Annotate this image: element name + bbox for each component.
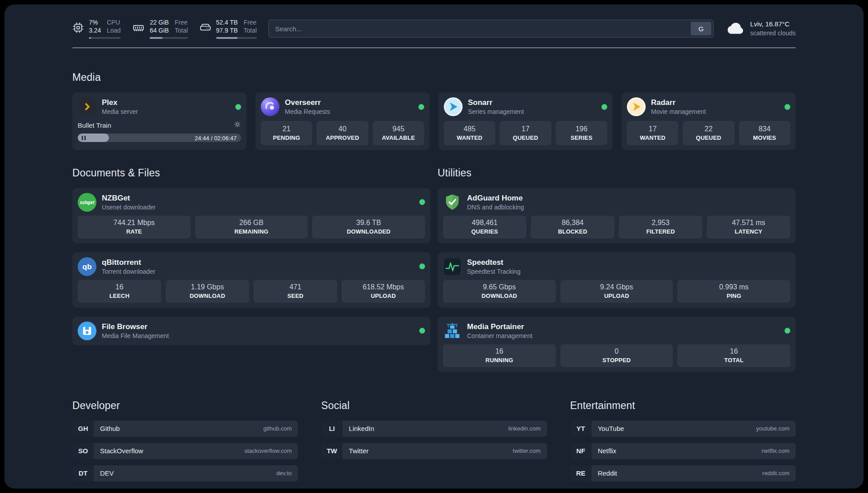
- stat-label: QUERIES: [445, 228, 525, 236]
- stat-value: 21: [263, 125, 310, 134]
- status-dot: [419, 263, 425, 269]
- section-utilities: Utilities AdGuard Home DNS and adblockin…: [438, 167, 796, 372]
- bookmark-name: StackOverflow: [100, 447, 143, 455]
- bookmark-name: Github: [100, 425, 120, 432]
- cpu-icon: [72, 22, 84, 35]
- pause-icon[interactable]: [82, 136, 86, 140]
- service-name: Radarr: [651, 98, 706, 107]
- bookmark-twitter[interactable]: TW Twitter twitter.com: [321, 443, 547, 459]
- section-title-documents: Documents & Files: [72, 167, 430, 179]
- stat-tile: 618.52 Mbps UPLOAD: [342, 280, 425, 303]
- stat-tile: 834 MOVIES: [739, 121, 790, 145]
- resource-widget-cpu: 7% 3.24 CPU Load: [72, 18, 121, 39]
- weather-condition: scattered clouds: [750, 29, 796, 38]
- memory-icon: [132, 22, 145, 35]
- stat-value: 17: [501, 125, 549, 134]
- playback-time: 24:44 / 02:06:47: [195, 134, 237, 141]
- stat-label: BLOCKED: [533, 228, 613, 236]
- weather-widget[interactable]: Lviv, 16.87°C scattered clouds: [725, 20, 796, 37]
- service-card-speedtest[interactable]: Speedtest Speedtest Tracking 9.65 Gbps D…: [438, 252, 796, 308]
- stat-label: DOWNLOADED: [314, 228, 423, 236]
- service-name: Plex: [102, 98, 138, 107]
- stat-tile: 0 STOPPED: [560, 344, 673, 367]
- bookmark-abbr: RE: [570, 465, 592, 481]
- bookmark-domain: linkedin.com: [508, 425, 540, 432]
- service-card-filebrowser[interactable]: File Browser Media File Management: [72, 317, 430, 345]
- service-subtitle: Media server: [102, 108, 138, 116]
- stat-label: RUNNING: [445, 356, 554, 364]
- service-card-sonarr[interactable]: Sonarr Series management 485 WANTED 17 Q…: [438, 92, 613, 150]
- section-title-developer: Developer: [72, 400, 298, 412]
- search-provider-button[interactable]: G: [691, 22, 711, 35]
- bookmark-group-developer: Developer GH Github github.com SO StackO…: [72, 400, 298, 481]
- playback-progressbar[interactable]: 24:44 / 02:06:47: [78, 134, 241, 142]
- portainer-icon: [443, 322, 462, 340]
- memory-free-value: 22 GiB: [150, 18, 169, 26]
- stat-value: 498,461: [445, 218, 525, 228]
- stat-label: UPLOAD: [562, 292, 672, 300]
- bookmark-github[interactable]: GH Github github.com: [72, 421, 298, 437]
- plex-icon: [78, 97, 96, 116]
- bookmark-netflix[interactable]: NF Netflix netflix.com: [570, 443, 796, 459]
- service-card-overseerr[interactable]: Overseerr Media Requests 21 PENDING 40 A…: [255, 92, 430, 150]
- service-card-nzbget[interactable]: nzbget NZBGet Usenet downloader 744.21 M…: [72, 188, 430, 243]
- section-documents: Documents & Files nzbget NZBGet Usenet d…: [72, 167, 430, 372]
- bookmark-dev[interactable]: DT DEV dev.to: [72, 465, 298, 481]
- stat-label: RATE: [79, 228, 189, 236]
- status-dot: [601, 104, 607, 110]
- gear-icon[interactable]: [234, 121, 241, 130]
- now-playing-title: Bullet Train: [78, 121, 111, 129]
- stat-value: 485: [446, 125, 493, 134]
- bookmark-stackoverflow[interactable]: SO StackOverflow stackoverflow.com: [72, 443, 298, 459]
- stat-tile: 485 WANTED: [444, 121, 495, 145]
- service-card-adguard[interactable]: AdGuard Home DNS and adblocking 498,461 …: [438, 188, 796, 243]
- topbar: 7% 3.24 CPU Load 22 GiB: [72, 16, 796, 41]
- cpu-usage-value: 7%: [89, 18, 101, 26]
- radarr-icon: [627, 97, 646, 116]
- service-card-qbittorrent[interactable]: qb qBittorrent Torrent downloader 16 LEE…: [72, 252, 430, 308]
- cpu-load-value: 3.24: [89, 26, 101, 34]
- stat-tile: 16 RUNNING: [443, 344, 556, 367]
- disk-icon: [200, 22, 211, 35]
- service-card-plex[interactable]: Plex Media server Bullet Train: [72, 92, 246, 150]
- stat-tile: 22 QUEUED: [683, 121, 734, 145]
- bookmark-reddit[interactable]: RE Reddit reddit.com: [570, 465, 796, 481]
- service-subtitle: Movie management: [651, 108, 706, 116]
- stat-tile: 86,384 BLOCKED: [531, 216, 614, 238]
- stat-value: 266 GB: [197, 218, 306, 228]
- bookmark-linkedin[interactable]: LI LinkedIn linkedin.com: [321, 421, 547, 437]
- stat-value: 1.19 Gbps: [167, 283, 247, 292]
- stat-value: 618.52 Mbps: [343, 283, 423, 292]
- memory-total-label: Total: [175, 26, 188, 34]
- bookmark-domain: youtube.com: [756, 425, 789, 432]
- disk-free-value: 52.4 TB: [216, 18, 238, 26]
- screen-frame: 7% 3.24 CPU Load 22 GiB: [0, 0, 868, 493]
- search-input[interactable]: [269, 25, 691, 33]
- service-name: Sonarr: [468, 98, 524, 107]
- stat-tile: 39.6 TB DOWNLOADED: [312, 216, 425, 238]
- stat-tile: 21 PENDING: [261, 121, 312, 145]
- service-card-portainer[interactable]: Media Portainer Container management 16 …: [438, 317, 796, 372]
- stat-tile: 16 TOTAL: [677, 344, 790, 367]
- status-dot: [419, 328, 425, 334]
- bookmark-name: YouTube: [598, 425, 624, 432]
- bookmark-youtube[interactable]: YT YouTube youtube.com: [570, 421, 796, 437]
- stat-tile: 47.571 ms LATENCY: [707, 216, 790, 238]
- stat-value: 40: [318, 125, 366, 134]
- stat-label: WANTED: [446, 134, 493, 142]
- qbittorrent-icon: qb: [78, 257, 96, 276]
- stat-label: PENDING: [263, 134, 310, 142]
- stat-label: SEED: [255, 292, 335, 300]
- stat-value: 22: [684, 125, 732, 134]
- stat-label: PING: [679, 292, 789, 300]
- plex-now-playing: Bullet Train 24:44 / 02:06:47: [78, 121, 241, 142]
- search-bar[interactable]: G: [268, 20, 714, 38]
- stat-value: 16: [79, 283, 159, 292]
- bookmark-domain: stackoverflow.com: [244, 447, 292, 454]
- service-subtitle: Usenet downloader: [102, 204, 156, 212]
- bookmark-domain: github.com: [263, 425, 292, 432]
- service-card-radarr[interactable]: Radarr Movie management 17 WANTED 22 QUE…: [622, 92, 796, 150]
- service-name: Speedtest: [467, 258, 521, 267]
- service-name: NZBGet: [102, 193, 156, 203]
- stat-label: UPLOAD: [343, 292, 423, 300]
